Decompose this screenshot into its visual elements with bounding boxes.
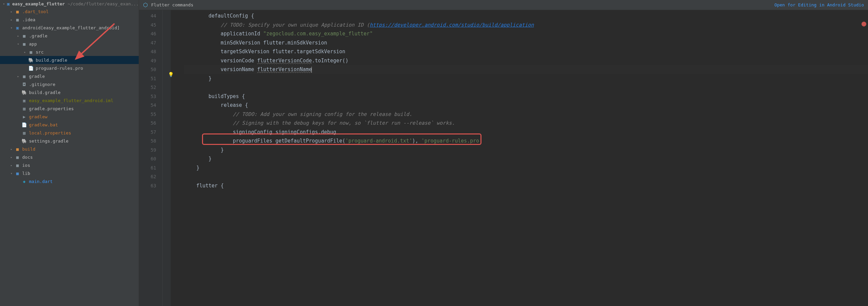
tree-item-main-dart[interactable]: ◈ main.dart	[0, 177, 139, 185]
tree-label: main.dart	[29, 179, 53, 184]
code-line: buildTypes {	[184, 92, 868, 101]
tree-label: .idea	[22, 17, 35, 22]
tree-item-dart-tool[interactable]: ■ .dart_tool	[0, 7, 139, 16]
flutter-icon: ⬡	[143, 2, 148, 8]
file-icon: 📄	[22, 122, 27, 128]
chevron-down-icon[interactable]	[9, 25, 14, 30]
code-line: proguardFiles getDefaultProguardFile('pr…	[184, 137, 868, 146]
tree-label: settings.gradle	[29, 139, 68, 144]
code-line: flutter {	[184, 181, 868, 190]
tree-label: gradlew.bat	[29, 122, 58, 128]
code-line: versionCode flutterVersionCode.toInteger…	[184, 56, 868, 65]
tree-item-settings-gradle[interactable]: 🐘 settings.gradle	[0, 137, 139, 145]
tree-label: gradle	[29, 74, 45, 79]
line-number: 49	[141, 56, 156, 65]
tree-item-local-properties[interactable]: ▦ local.properties	[0, 129, 139, 137]
tree-label: local.properties	[29, 131, 71, 136]
intention-bulb-icon[interactable]: 💡	[168, 72, 174, 77]
line-number: 61	[141, 163, 156, 172]
tree-item-build[interactable]: ■ build	[0, 145, 139, 153]
code-line: minSdkVersion flutter.minSdkVersion	[184, 38, 868, 48]
open-android-studio-link[interactable]: Open for Editing in Android Studio	[774, 2, 864, 7]
code-content[interactable]: defaultConfig { // TODO: Specify your ow…	[171, 10, 868, 306]
code-line: }	[184, 146, 868, 155]
tree-item-gradlew[interactable]: ▶ gradlew	[0, 113, 139, 121]
line-number: 58	[141, 137, 156, 146]
chevron-right-icon[interactable]	[9, 154, 14, 160]
tree-item-iml[interactable]: ▣ easy_example_flutter_android.iml	[0, 96, 139, 105]
code-line: // Signing with the debug keys for now, …	[184, 119, 868, 128]
tree-label: docs	[22, 155, 33, 160]
tree-item-gradle-folder[interactable]: ■ gradle	[0, 72, 139, 80]
tree-item-build-gradle-app[interactable]: 🐘 build.gradle	[0, 56, 139, 64]
gradle-file-icon: 🐘	[22, 90, 27, 95]
tree-item-build-gradle[interactable]: 🐘 build.gradle	[0, 88, 139, 96]
line-number: 57	[141, 128, 156, 137]
project-root[interactable]: ▣ easy_example_flutter ~/code/flutter/ea…	[0, 0, 139, 7]
line-number: 59	[141, 146, 156, 155]
project-icon: ▣	[6, 1, 10, 6]
line-number: 56	[141, 119, 156, 128]
chevron-right-icon[interactable]	[9, 146, 14, 152]
tree-item-gradle-properties[interactable]: ▦ gradle.properties	[0, 105, 139, 113]
chevron-right-icon[interactable]	[16, 74, 21, 79]
line-number: 47	[141, 38, 156, 48]
line-number: 46	[141, 29, 156, 38]
chevron-right-icon[interactable]	[22, 49, 28, 55]
project-name: easy_example_flutter	[12, 1, 65, 6]
shell-icon: ▶	[22, 114, 27, 119]
tree-item-android[interactable]: ▣ android [easy_example_flutter_android]	[0, 24, 139, 32]
properties-icon: ▦	[22, 106, 27, 111]
line-number: 60	[141, 154, 156, 163]
chevron-right-icon[interactable]	[9, 17, 14, 22]
tree-item-docs[interactable]: ■ docs	[0, 153, 139, 161]
code-line: defaultConfig {	[184, 11, 868, 21]
tree-item-dot-gradle[interactable]: ■ .gradle	[0, 32, 139, 40]
tree-item-gitignore[interactable]: ◘ .gitignore	[0, 80, 139, 88]
line-number: 62	[141, 172, 156, 181]
code-line: applicationId "zegocloud.com.easy_exampl…	[184, 29, 868, 38]
gradle-file-icon: 🐘	[22, 138, 27, 144]
tree-item-src[interactable]: ■ src	[0, 48, 139, 56]
tree-label-suffix: [easy_example_flutter_android]	[41, 25, 120, 30]
tree-item-ios[interactable]: ■ ios	[0, 161, 139, 169]
tree-item-gradlew-bat[interactable]: 📄 gradlew.bat	[0, 121, 139, 129]
tree-label: easy_example_flutter_android.iml	[29, 98, 113, 103]
code-editor[interactable]: ⬤ 44 45 46 47 48 49 50 51 52 53 54 55 56…	[139, 10, 868, 306]
chevron-down-icon[interactable]	[9, 170, 14, 176]
dart-file-icon: ◈	[22, 178, 27, 184]
chevron-right-icon[interactable]	[16, 33, 21, 38]
line-number-gutter: 44 45 46 47 48 49 50 51 52 53 54 55 56 5…	[139, 10, 163, 306]
chevron-right-icon[interactable]	[9, 162, 14, 168]
line-number: 48	[141, 47, 156, 56]
tree-item-lib[interactable]: ■ lib	[0, 169, 139, 177]
tree-item-idea[interactable]: ■ .idea	[0, 16, 139, 24]
folder-icon: ■	[15, 154, 20, 160]
folder-icon: ■	[22, 74, 27, 79]
tree-label: android	[22, 25, 41, 30]
tree-label: gradlew	[29, 114, 48, 119]
module-icon: ▣	[15, 25, 20, 30]
properties-icon: ▦	[22, 130, 27, 136]
folder-icon: ■	[15, 9, 20, 14]
folder-icon: ■	[15, 170, 20, 176]
editor-toolbar: ⬡ Flutter commands Open for Editing in A…	[139, 0, 868, 10]
line-number: 52	[141, 83, 156, 92]
tree-label: .dart_tool	[22, 9, 49, 14]
line-number: 53	[141, 92, 156, 101]
toolbar-title: Flutter commands	[151, 2, 193, 7]
line-number: 51	[141, 74, 156, 83]
chevron-down-icon[interactable]	[2, 1, 6, 6]
chevron-down-icon[interactable]	[16, 41, 21, 47]
tree-label: app	[29, 41, 37, 47]
gradle-file-icon: 🐘	[28, 57, 34, 63]
folder-icon: ■	[22, 41, 27, 47]
tree-item-app[interactable]: ■ app	[0, 40, 139, 48]
tree-label: src	[36, 50, 43, 55]
line-number: 50	[141, 65, 156, 74]
chevron-right-icon[interactable]	[9, 9, 14, 14]
tree-label: .gitignore	[29, 82, 55, 87]
code-line: versionName flutterVersionName	[184, 65, 868, 74]
tree-item-proguard[interactable]: 📄 proguard-rules.pro	[0, 64, 139, 72]
project-path: ~/code/flutter/easy_exan...	[68, 1, 139, 6]
